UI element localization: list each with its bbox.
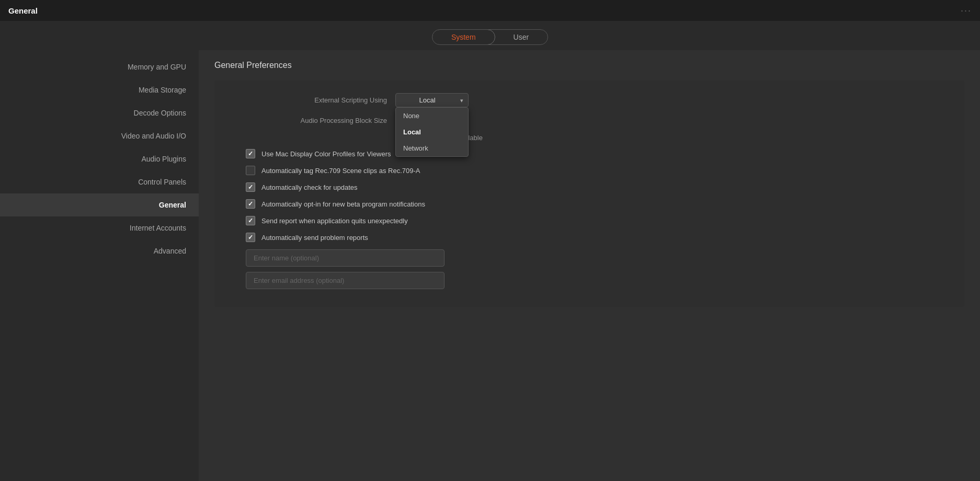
dropdown-option-local[interactable]: Local: [396, 124, 468, 140]
sidebar-item-control-panels[interactable]: Control Panels: [0, 170, 199, 193]
dropdown-option-network[interactable]: Network: [396, 140, 468, 156]
sidebar-item-decode-options[interactable]: Decode Options: [0, 101, 199, 124]
precision-row: ecision in viewers if available: [395, 134, 949, 142]
sidebar-item-audio-plugins[interactable]: Audio Plugins: [0, 147, 199, 170]
external-scripting-row: External Scripting Using Local ▾ None Lo…: [230, 93, 949, 107]
checkbox-send-report: Send report when application quits unexp…: [246, 216, 949, 225]
dropdown-option-none[interactable]: None: [396, 108, 468, 124]
checkbox-send-report-box[interactable]: [246, 216, 255, 225]
checkbox-mac-display: Use Mac Display Color Profiles for Viewe…: [246, 149, 949, 158]
tab-user[interactable]: User: [495, 30, 548, 44]
tab-system[interactable]: System: [432, 29, 495, 45]
checkbox-check-updates-box[interactable]: [246, 182, 255, 192]
sidebar-item-video-audio-io[interactable]: Video and Audio I/O: [0, 124, 199, 147]
external-scripting-dropdown-wrapper: Local ▾ None Local Network: [395, 93, 469, 107]
checkbox-problem-reports-label: Automatically send problem reports: [261, 234, 368, 242]
sidebar-item-internet-accounts[interactable]: Internet Accounts: [0, 216, 199, 239]
checkbox-mac-display-label: Use Mac Display Color Profiles for Viewe…: [261, 150, 391, 158]
checkbox-beta-notifications-label: Automatically opt-in for new beta progra…: [261, 200, 425, 208]
tab-bar: System User: [0, 21, 980, 50]
checkbox-rec709: Automatically tag Rec.709 Scene clips as…: [246, 166, 949, 175]
email-input[interactable]: [246, 272, 445, 289]
checkbox-beta-notifications: Automatically opt-in for new beta progra…: [246, 199, 949, 209]
section-title: General Preferences: [214, 61, 964, 70]
window-menu-icon[interactable]: ···: [961, 5, 972, 16]
checkbox-rec709-box[interactable]: [246, 166, 255, 175]
sidebar-item-general[interactable]: General: [0, 193, 199, 216]
sidebar-item-memory-gpu[interactable]: Memory and GPU: [0, 55, 199, 78]
external-scripting-label: External Scripting Using: [230, 96, 387, 104]
email-input-row: [230, 272, 949, 294]
main-panel: General Preferences External Scripting U…: [199, 50, 980, 481]
audio-block-row: Audio Processing Block Size samples: [230, 117, 949, 124]
sidebar-item-media-storage[interactable]: Media Storage: [0, 78, 199, 101]
checkbox-check-updates-label: Automatically check for updates: [261, 184, 358, 191]
sidebar: Memory and GPU Media Storage Decode Opti…: [0, 50, 199, 481]
sidebar-item-advanced[interactable]: Advanced: [0, 239, 199, 262]
prefs-container: External Scripting Using Local ▾ None Lo…: [214, 81, 964, 307]
app-title: General: [8, 6, 38, 15]
checkbox-send-report-label: Send report when application quits unexp…: [261, 217, 408, 225]
checkbox-mac-display-box[interactable]: [246, 149, 255, 158]
checkbox-beta-notifications-box[interactable]: [246, 199, 255, 209]
external-scripting-dropdown[interactable]: Local: [395, 93, 469, 107]
checkbox-problem-reports: Automatically send problem reports: [246, 233, 949, 242]
title-bar: General ···: [0, 0, 980, 21]
audio-block-label: Audio Processing Block Size: [230, 117, 387, 124]
name-input-row: [230, 249, 949, 272]
checkbox-problem-reports-box[interactable]: [246, 233, 255, 242]
content-area: Memory and GPU Media Storage Decode Opti…: [0, 50, 980, 481]
checkbox-check-updates: Automatically check for updates: [246, 182, 949, 192]
name-input[interactable]: [246, 249, 445, 267]
external-scripting-dropdown-menu: None Local Network: [395, 107, 469, 157]
tab-group: System User: [432, 29, 548, 45]
checkbox-rec709-label: Automatically tag Rec.709 Scene clips as…: [261, 167, 420, 175]
main-container: System User Memory and GPU Media Storage…: [0, 21, 980, 481]
